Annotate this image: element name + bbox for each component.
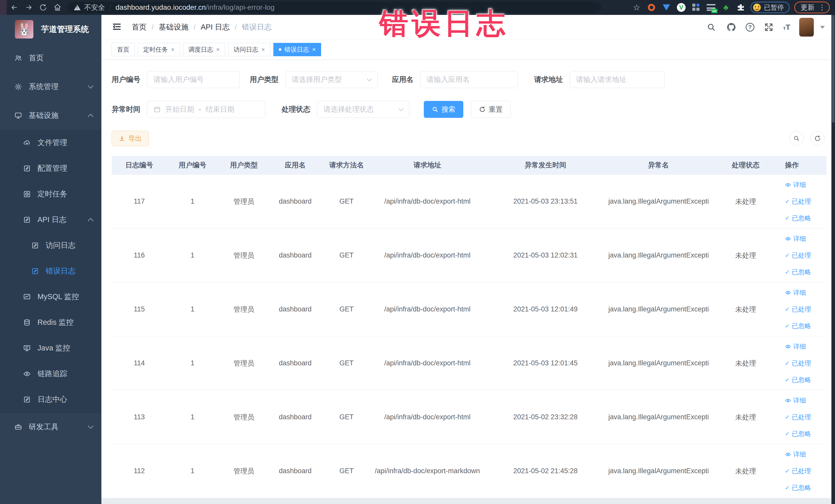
- security-label[interactable]: 不安全: [84, 3, 105, 12]
- row-actions: 详细 ✓已处理 ✓已忽略: [785, 342, 827, 384]
- search-button[interactable]: 搜索: [424, 101, 463, 118]
- cell-exception: java.lang.IllegalArgumentException: [608, 305, 709, 313]
- detail-link[interactable]: 详细: [785, 450, 806, 459]
- app-name-input[interactable]: 请输入应用名: [420, 71, 518, 88]
- tag-scheduled-jobs[interactable]: 定时任务×: [138, 43, 180, 56]
- tag-home[interactable]: 首页: [111, 43, 135, 56]
- url-path[interactable]: /infra/log/api-error-log: [206, 3, 274, 12]
- browser-forward-icon[interactable]: [22, 0, 36, 15]
- refresh-table-button[interactable]: [810, 131, 825, 146]
- detail-link[interactable]: 详细: [785, 235, 806, 243]
- font-size-icon[interactable]: тT: [783, 23, 790, 32]
- tag-schedule-log[interactable]: 调度日志×: [183, 43, 225, 56]
- sidebar-item-infrastructure[interactable]: 基础设施: [0, 101, 101, 130]
- sidebar-item-label: 错误日志: [46, 266, 93, 276]
- browser-update-button[interactable]: 更新 ⋮: [794, 2, 830, 13]
- mark-processed-link[interactable]: ✓已处理: [785, 197, 811, 206]
- url-domain[interactable]: dashboard.yudao.iocoder.cn: [116, 3, 206, 12]
- app-logo-row[interactable]: 🐰 芋道管理系统: [0, 15, 101, 44]
- sidebar-item-system[interactable]: 系统管理: [0, 73, 101, 101]
- extension-green-v-icon[interactable]: V: [676, 2, 686, 13]
- reset-button[interactable]: 重置: [471, 101, 511, 118]
- cell-user-id: 1: [167, 198, 218, 205]
- extensions-puzzle-icon[interactable]: [736, 2, 746, 13]
- sidebar-item-home[interactable]: 首页: [0, 44, 101, 73]
- sidebar-fold-icon[interactable]: [111, 22, 122, 33]
- sidebar-item-scheduled-jobs[interactable]: 定时任务: [0, 181, 101, 207]
- fullscreen-icon[interactable]: [763, 22, 774, 33]
- sidebar-item-api-log[interactable]: API 日志: [0, 207, 101, 233]
- close-icon[interactable]: ×: [261, 46, 265, 53]
- breadcrumb-api-log[interactable]: API 日志: [201, 22, 230, 32]
- process-status-select[interactable]: 请选择处理状态: [317, 101, 409, 118]
- mark-ignored-link[interactable]: ✓已忽略: [785, 322, 811, 330]
- close-icon[interactable]: ×: [171, 46, 175, 53]
- cell-log-id: 115: [111, 305, 167, 313]
- detail-link[interactable]: 详细: [785, 342, 806, 351]
- close-icon[interactable]: ×: [312, 46, 316, 53]
- mark-processed-link[interactable]: ✓已处理: [785, 467, 811, 475]
- detail-link[interactable]: 详细: [785, 288, 806, 297]
- mark-ignored-link[interactable]: ✓已忽略: [785, 376, 811, 384]
- breadcrumb-infrastructure[interactable]: 基础设施: [159, 22, 189, 32]
- toggle-search-button[interactable]: [789, 131, 804, 146]
- sidebar-item-access-log[interactable]: 访问日志: [0, 233, 101, 258]
- sidebar-item-redis-monitor[interactable]: Redis 监控: [0, 310, 101, 335]
- mark-processed-link[interactable]: ✓已处理: [785, 251, 811, 260]
- user-type-select[interactable]: 请选择用户类型: [285, 71, 378, 88]
- sidebar-item-file-management[interactable]: 文件管理: [0, 130, 101, 156]
- app-name-label: 应用名: [392, 75, 413, 84]
- cell-app-name: dashboard: [269, 359, 321, 367]
- paused-extension-pill[interactable]: 已暂停: [751, 2, 790, 13]
- detail-link[interactable]: 详细: [785, 181, 806, 189]
- breadcrumb-current: 错误日志: [242, 22, 271, 32]
- eye-icon: [785, 182, 791, 188]
- extension-leaf-icon[interactable]: ♣: [721, 2, 731, 13]
- address-bar[interactable]: 不安全 dashboard.yudao.iocoder.cn /infra/lo…: [67, 2, 601, 13]
- request-url-input[interactable]: 请输入请求地址: [570, 71, 665, 88]
- search-icon[interactable]: [706, 22, 717, 33]
- mark-ignored-link[interactable]: ✓已忽略: [785, 268, 811, 276]
- mark-processed-link[interactable]: ✓已处理: [785, 413, 811, 421]
- extension-on-badge-icon[interactable]: on: [706, 2, 716, 13]
- sidebar-item-error-log[interactable]: 错误日志: [0, 258, 101, 284]
- help-icon[interactable]: ?: [746, 23, 754, 32]
- breadcrumb-home[interactable]: 首页: [132, 22, 147, 32]
- sidebar-item-config-management[interactable]: 配置管理: [0, 156, 101, 181]
- user-avatar[interactable]: [799, 18, 814, 37]
- cell-status: 未处理: [709, 466, 783, 476]
- col-app-name: 应用名: [269, 160, 321, 170]
- mark-processed-link[interactable]: ✓已处理: [785, 305, 811, 314]
- sidebar-item-log-center[interactable]: 日志中心: [0, 387, 101, 412]
- extension-orange-icon[interactable]: [646, 2, 657, 13]
- detail-link[interactable]: 详细: [785, 396, 806, 405]
- extension-grid-icon[interactable]: [691, 2, 701, 13]
- browser-menu-icon[interactable]: ⋮: [819, 6, 826, 9]
- browser-scrollbar[interactable]: [831, 15, 835, 504]
- mark-processed-link[interactable]: ✓已处理: [785, 359, 811, 367]
- user-id-label: 用户编号: [111, 75, 140, 84]
- exception-time-range-picker[interactable]: 开始日期 - 结束日期: [147, 101, 265, 118]
- mark-ignored-link[interactable]: ✓已忽略: [785, 214, 811, 222]
- browser-back-icon[interactable]: [7, 0, 22, 15]
- sidebar-item-trace[interactable]: 链路追踪: [0, 361, 101, 387]
- close-icon[interactable]: ×: [216, 46, 220, 53]
- mark-ignored-link[interactable]: ✓已忽略: [785, 429, 811, 438]
- tag-error-log[interactable]: 错误日志×: [273, 43, 321, 56]
- tag-access-log[interactable]: 访问日志×: [228, 43, 270, 56]
- avatar-caret-icon[interactable]: [820, 26, 825, 29]
- extension-blue-icon[interactable]: [661, 2, 672, 13]
- user-id-input[interactable]: 请输入用户编号: [147, 71, 240, 88]
- sidebar-item-label: 基础设施: [29, 110, 88, 121]
- sidebar-item-mysql-monitor[interactable]: MySQL 监控: [0, 284, 101, 310]
- browser-home-icon[interactable]: [50, 0, 65, 15]
- github-icon[interactable]: [726, 22, 737, 33]
- sidebar-item-dev-tools[interactable]: 研发工具: [0, 412, 101, 441]
- sidebar-item-java-monitor[interactable]: Java 监控: [0, 335, 101, 361]
- bookmark-star-icon[interactable]: ☆: [631, 2, 642, 13]
- chevron-down-icon: [367, 76, 372, 81]
- cloud-upload-icon: [23, 139, 31, 147]
- browser-reload-icon[interactable]: [36, 0, 50, 15]
- mark-ignored-link[interactable]: ✓已忽略: [785, 483, 811, 492]
- export-button[interactable]: 导出: [111, 131, 149, 146]
